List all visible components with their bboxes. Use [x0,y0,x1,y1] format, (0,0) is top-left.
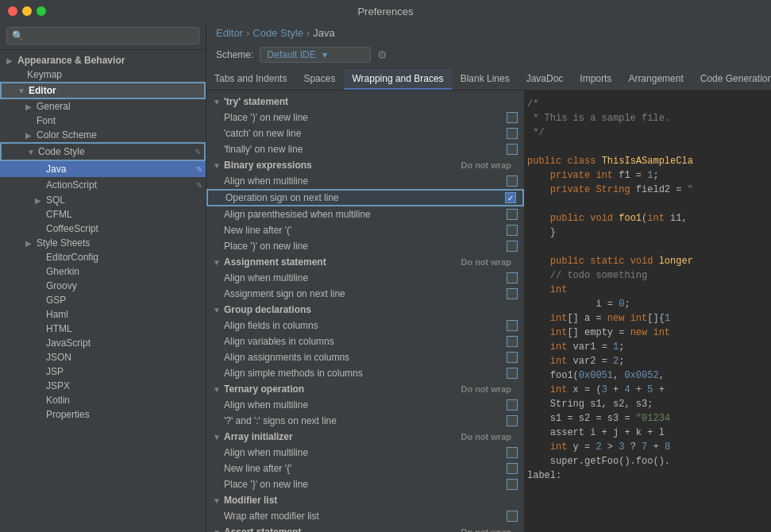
sidebar-item-color-scheme[interactable]: ▶ Color Scheme [0,128,206,142]
code-text: private [550,183,596,197]
breadcrumb-sep-1: › [246,27,249,39]
tab-code-generation[interactable]: Code Generation [692,69,771,90]
sidebar-item-jsp[interactable]: JSP [0,364,206,379]
sidebar-item-json[interactable]: JSON [0,350,206,364]
code-text: int [550,311,568,326]
group-modifier-list[interactable]: ▼ Modifier list [206,492,524,508]
chevron-down-icon: ▾ [322,49,327,60]
group-binary-expressions[interactable]: ▼ Binary expressions Do not wrap [206,157,524,173]
group-assignment-statement[interactable]: ▼ Assignment statement Do not wrap [206,254,524,270]
code-text [527,283,550,297]
setting-checkbox[interactable] [507,479,518,490]
setting-checkbox[interactable] [507,336,518,347]
sidebar-item-label: JSP [44,366,206,377]
setting-checkbox[interactable] [507,241,518,252]
sidebar-item-editor[interactable]: ▼ Editor [0,82,206,99]
code-text: super.getFoo().foo(). [527,454,670,468]
setting-checkbox[interactable] [507,320,518,331]
close-button[interactable] [8,6,17,16]
setting-checkbox[interactable] [507,463,518,474]
breadcrumb-editor[interactable]: Editor [216,27,243,39]
setting-checkbox[interactable] [507,144,518,155]
code-text: , [659,368,665,383]
sidebar-item-coffeescript[interactable]: CoffeeScript [0,222,206,236]
minimize-button[interactable] [22,6,32,16]
group-declarations[interactable]: ▼ Group declarations [206,302,524,318]
sidebar-item-sql[interactable]: ▶ SQL [0,193,206,207]
group-assert-statement[interactable]: ▼ Assert statement Do not wrap [206,524,524,532]
sidebar-item-code-style[interactable]: ▼ Code Style ✎ [0,142,206,161]
sidebar-item-gherkin[interactable]: Gherkin [0,264,206,279]
setting-checkbox[interactable] [507,175,518,187]
sidebar-item-general[interactable]: ▶ General [0,99,206,114]
sidebar-item-keymap[interactable]: Keymap [0,67,206,82]
code-text: void [630,254,659,268]
tab-javadoc[interactable]: JavaDoc [518,69,572,90]
code-text: void [590,211,619,226]
setting-checkbox[interactable] [507,399,518,411]
tab-wrapping-braces[interactable]: Wrapping and Braces [344,69,452,90]
setting-checkbox[interactable] [507,415,518,426]
window-controls[interactable] [8,6,46,16]
code-text: int [630,311,648,326]
group-ternary[interactable]: ▼ Ternary operation Do not wrap [206,381,524,397]
sidebar-item-javascript[interactable]: JavaScript [0,336,206,350]
setting-label: Assignment sign on next line [224,288,507,299]
sidebar-item-html[interactable]: HTML [0,322,206,336]
sidebar-item-properties[interactable]: Properties [0,407,206,422]
code-text: 3 [602,383,607,397]
code-text: int [550,340,568,354]
sidebar-item-style-sheets[interactable]: ▶ Style Sheets [0,236,206,250]
setting-checkbox[interactable] [505,192,516,203]
code-line: int y = 2 > 3 ? 7 + 8 [527,440,768,454]
sidebar-item-cfml[interactable]: CFML [0,207,206,222]
group-try-statement[interactable]: ▼ 'try' statement [206,94,524,110]
sidebar-item-font[interactable]: Font [0,114,206,128]
sidebar-item-actionscript[interactable]: ActionScript ✎ [0,177,206,193]
setting-checkbox[interactable] [507,288,518,299]
tab-imports[interactable]: Imports [572,69,620,90]
code-text: public [550,254,590,268]
setting-checkbox[interactable] [507,112,518,123]
tab-arrangement[interactable]: Arrangement [620,69,692,90]
setting-checkbox[interactable] [507,511,518,522]
sidebar-item-haml[interactable]: Haml [0,307,206,322]
code-text: var2 = [567,354,613,368]
sidebar-item-editorconfig[interactable]: EditorConfig [0,250,206,264]
group-label: Binary expressions [224,160,461,171]
group-array-initializer[interactable]: ▼ Array initializer Do not wrap [206,429,524,445]
code-text: + [647,440,665,454]
setting-label: Align when multiline [224,175,507,187]
sidebar-item-kotlin[interactable]: Kotlin [0,393,206,407]
sidebar-item-label: Keymap [25,69,206,80]
setting-checkbox[interactable] [507,225,518,236]
sidebar-item-appearance[interactable]: ▶ Appearance & Behavior [0,53,206,67]
code-text: var1 = [567,340,613,354]
setting-checkbox[interactable] [507,352,518,363]
code-line: private String field2 = " [527,183,768,197]
sidebar-item-java[interactable]: Java ✎ [0,161,206,177]
tab-tabs-indents[interactable]: Tabs and Indents [206,69,295,90]
setting-align-methods-cols: Align simple methods in columns [206,365,524,381]
search-input[interactable] [6,27,199,44]
breadcrumb-sep-2: › [306,27,310,39]
maximize-button[interactable] [37,6,46,16]
code-text: [] a = [567,311,607,326]
setting-checkbox[interactable] [507,128,518,139]
sidebar-item-label: CoffeeScript [44,223,206,234]
code-line: String s1, s2, s3; [527,397,768,411]
code-text: int [550,283,568,297]
code-line: s1 = s2 = s3 = "01234 [527,411,768,426]
setting-checkbox[interactable] [507,447,518,458]
tab-spaces[interactable]: Spaces [295,69,344,90]
setting-checkbox[interactable] [507,368,518,379]
setting-checkbox[interactable] [507,272,518,283]
gear-icon[interactable]: ⚙ [377,48,387,61]
setting-checkbox[interactable] [507,209,518,220]
sidebar-item-gsp[interactable]: GSP [0,293,206,307]
sidebar-item-jspx[interactable]: JSPX [0,379,206,393]
breadcrumb-code-style[interactable]: Code Style [253,27,303,39]
sidebar-item-groovy[interactable]: Groovy [0,279,206,293]
tab-blank-lines[interactable]: Blank Lines [453,69,518,90]
scheme-select[interactable]: Default IDE ▾ [260,47,371,63]
